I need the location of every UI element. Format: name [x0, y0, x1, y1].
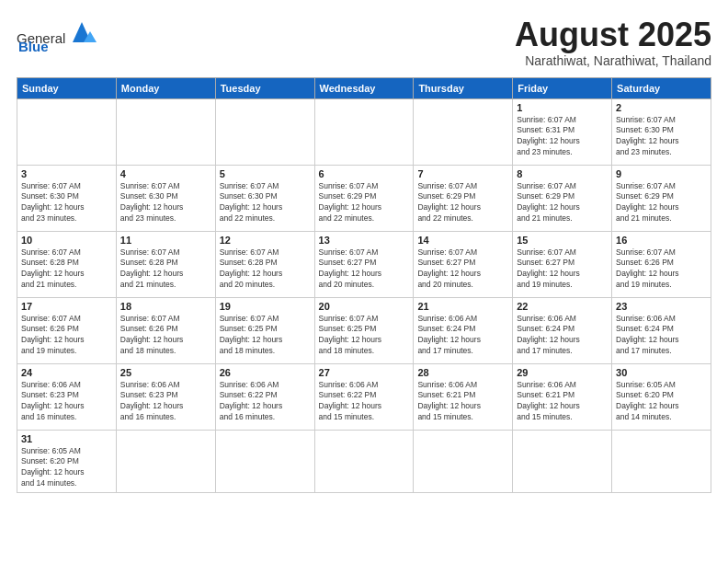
day-number: 14: [417, 235, 508, 246]
day-number: 6: [319, 168, 410, 179]
day-info: Sunrise: 6:06 AM Sunset: 6:23 PM Dayligh…: [21, 380, 112, 424]
day-info: Sunrise: 6:07 AM Sunset: 6:27 PM Dayligh…: [417, 247, 508, 292]
day-info: Sunrise: 6:07 AM Sunset: 6:30 PM Dayligh…: [21, 181, 112, 225]
calendar-cell: [612, 430, 711, 493]
day-info: Sunrise: 6:05 AM Sunset: 6:20 PM Dayligh…: [21, 446, 112, 490]
calendar-cell: 10Sunrise: 6:07 AM Sunset: 6:28 PM Dayli…: [17, 231, 117, 297]
day-info: Sunrise: 6:06 AM Sunset: 6:22 PM Dayligh…: [319, 380, 410, 424]
day-info: Sunrise: 6:07 AM Sunset: 6:29 PM Dayligh…: [417, 181, 508, 225]
calendar-cell: 15Sunrise: 6:07 AM Sunset: 6:27 PM Dayli…: [513, 231, 612, 297]
weekday-header-wednesday: Wednesday: [314, 77, 414, 98]
calendar-cell: 29Sunrise: 6:06 AM Sunset: 6:21 PM Dayli…: [513, 363, 612, 430]
day-number: 30: [616, 367, 707, 378]
day-info: Sunrise: 6:07 AM Sunset: 6:26 PM Dayligh…: [21, 314, 112, 358]
calendar-cell: [215, 98, 314, 165]
weekday-header-row: SundayMondayTuesdayWednesdayThursdayFrid…: [17, 77, 711, 98]
calendar-cell: 4Sunrise: 6:07 AM Sunset: 6:30 PM Daylig…: [116, 165, 215, 231]
logo: General Blue: [17, 17, 98, 54]
day-info: Sunrise: 6:07 AM Sunset: 6:25 PM Dayligh…: [319, 314, 410, 358]
weekday-header-friday: Friday: [513, 77, 612, 98]
calendar-week-row: 24Sunrise: 6:06 AM Sunset: 6:23 PM Dayli…: [17, 363, 711, 430]
calendar-cell: 5Sunrise: 6:07 AM Sunset: 6:30 PM Daylig…: [215, 165, 314, 231]
day-info: Sunrise: 6:07 AM Sunset: 6:28 PM Dayligh…: [220, 247, 311, 292]
calendar-week-row: 31Sunrise: 6:05 AM Sunset: 6:20 PM Dayli…: [17, 430, 711, 493]
day-info: Sunrise: 6:07 AM Sunset: 6:27 PM Dayligh…: [517, 247, 608, 292]
day-number: 19: [220, 301, 311, 312]
day-number: 5: [220, 168, 311, 179]
calendar-cell: [314, 430, 414, 493]
day-info: Sunrise: 6:06 AM Sunset: 6:21 PM Dayligh…: [517, 380, 608, 424]
month-year-title: August 2025: [515, 17, 711, 53]
day-number: 3: [21, 168, 112, 179]
day-number: 9: [616, 168, 707, 179]
day-number: 17: [21, 301, 112, 312]
calendar-cell: [215, 430, 314, 493]
day-number: 28: [417, 367, 508, 378]
day-number: 12: [220, 235, 311, 246]
day-info: Sunrise: 6:07 AM Sunset: 6:28 PM Dayligh…: [120, 247, 211, 292]
calendar-cell: 31Sunrise: 6:05 AM Sunset: 6:20 PM Dayli…: [17, 430, 117, 493]
day-info: Sunrise: 6:06 AM Sunset: 6:24 PM Dayligh…: [517, 314, 608, 358]
logo-text-blue: Blue: [18, 39, 49, 54]
calendar-cell: 3Sunrise: 6:07 AM Sunset: 6:30 PM Daylig…: [17, 165, 117, 231]
calendar-cell: 16Sunrise: 6:07 AM Sunset: 6:26 PM Dayli…: [612, 231, 711, 297]
calendar-cell: [414, 98, 513, 165]
calendar-cell: 21Sunrise: 6:06 AM Sunset: 6:24 PM Dayli…: [414, 297, 513, 363]
day-number: 10: [21, 235, 112, 246]
calendar-cell: 27Sunrise: 6:06 AM Sunset: 6:22 PM Dayli…: [314, 363, 414, 430]
calendar-cell: 18Sunrise: 6:07 AM Sunset: 6:26 PM Dayli…: [116, 297, 215, 363]
location-subtitle: Narathiwat, Narathiwat, Thailand: [515, 53, 711, 68]
calendar-cell: 23Sunrise: 6:06 AM Sunset: 6:24 PM Dayli…: [612, 297, 711, 363]
calendar-week-row: 3Sunrise: 6:07 AM Sunset: 6:30 PM Daylig…: [17, 165, 711, 231]
day-number: 8: [517, 168, 608, 179]
header: General Blue August 2025 Narathiwat, Nar…: [17, 17, 711, 68]
calendar-cell: 2Sunrise: 6:07 AM Sunset: 6:30 PM Daylig…: [612, 98, 711, 165]
calendar-cell: 25Sunrise: 6:06 AM Sunset: 6:23 PM Dayli…: [116, 363, 215, 430]
calendar-cell: [17, 98, 117, 165]
day-number: 23: [616, 301, 707, 312]
calendar-cell: [314, 98, 414, 165]
day-number: 21: [417, 301, 508, 312]
weekday-header-sunday: Sunday: [17, 77, 117, 98]
day-number: 16: [616, 235, 707, 246]
day-number: 31: [21, 433, 112, 444]
weekday-header-tuesday: Tuesday: [215, 77, 314, 98]
day-info: Sunrise: 6:06 AM Sunset: 6:21 PM Dayligh…: [417, 380, 508, 424]
calendar-cell: 12Sunrise: 6:07 AM Sunset: 6:28 PM Dayli…: [215, 231, 314, 297]
calendar-cell: 22Sunrise: 6:06 AM Sunset: 6:24 PM Dayli…: [513, 297, 612, 363]
page: General Blue August 2025 Narathiwat, Nar…: [0, 0, 728, 563]
day-info: Sunrise: 6:06 AM Sunset: 6:24 PM Dayligh…: [616, 314, 707, 358]
title-area: August 2025 Narathiwat, Narathiwat, Thai…: [515, 17, 711, 68]
day-number: 18: [120, 301, 211, 312]
day-number: 15: [517, 235, 608, 246]
day-info: Sunrise: 6:07 AM Sunset: 6:26 PM Dayligh…: [616, 247, 707, 292]
day-number: 26: [220, 367, 311, 378]
day-info: Sunrise: 6:06 AM Sunset: 6:23 PM Dayligh…: [120, 380, 211, 424]
day-info: Sunrise: 6:06 AM Sunset: 6:22 PM Dayligh…: [220, 380, 311, 424]
day-number: 13: [319, 235, 410, 246]
day-info: Sunrise: 6:07 AM Sunset: 6:30 PM Dayligh…: [220, 181, 311, 225]
calendar-cell: 6Sunrise: 6:07 AM Sunset: 6:29 PM Daylig…: [314, 165, 414, 231]
calendar-cell: 19Sunrise: 6:07 AM Sunset: 6:25 PM Dayli…: [215, 297, 314, 363]
logo-icon: [65, 17, 98, 46]
calendar-cell: 14Sunrise: 6:07 AM Sunset: 6:27 PM Dayli…: [414, 231, 513, 297]
day-number: 4: [120, 168, 211, 179]
day-info: Sunrise: 6:07 AM Sunset: 6:25 PM Dayligh…: [220, 314, 311, 358]
day-number: 2: [616, 102, 707, 113]
calendar-cell: 20Sunrise: 6:07 AM Sunset: 6:25 PM Dayli…: [314, 297, 414, 363]
weekday-header-monday: Monday: [116, 77, 215, 98]
calendar-cell: 8Sunrise: 6:07 AM Sunset: 6:29 PM Daylig…: [513, 165, 612, 231]
calendar-week-row: 10Sunrise: 6:07 AM Sunset: 6:28 PM Dayli…: [17, 231, 711, 297]
calendar-cell: [513, 430, 612, 493]
day-info: Sunrise: 6:07 AM Sunset: 6:27 PM Dayligh…: [319, 247, 410, 292]
calendar-table: SundayMondayTuesdayWednesdayThursdayFrid…: [17, 77, 711, 494]
calendar-cell: 26Sunrise: 6:06 AM Sunset: 6:22 PM Dayli…: [215, 363, 314, 430]
day-info: Sunrise: 6:07 AM Sunset: 6:26 PM Dayligh…: [120, 314, 211, 358]
day-number: 20: [319, 301, 410, 312]
day-info: Sunrise: 6:07 AM Sunset: 6:29 PM Dayligh…: [517, 181, 608, 225]
calendar-cell: 1Sunrise: 6:07 AM Sunset: 6:31 PM Daylig…: [513, 98, 612, 165]
calendar-cell: 11Sunrise: 6:07 AM Sunset: 6:28 PM Dayli…: [116, 231, 215, 297]
day-info: Sunrise: 6:07 AM Sunset: 6:30 PM Dayligh…: [120, 181, 211, 225]
weekday-header-thursday: Thursday: [414, 77, 513, 98]
calendar-week-row: 17Sunrise: 6:07 AM Sunset: 6:26 PM Dayli…: [17, 297, 711, 363]
